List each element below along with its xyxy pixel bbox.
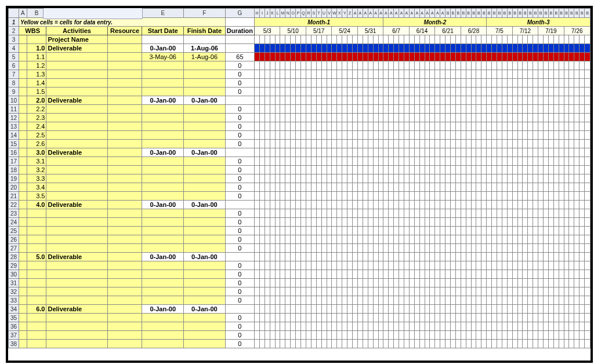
gantt-cell[interactable] (502, 61, 507, 70)
gantt-cell[interactable] (435, 279, 440, 287)
gantt-cell[interactable] (285, 61, 291, 70)
col-a-cell[interactable] (19, 331, 27, 340)
gantt-cell[interactable] (564, 322, 569, 331)
gantt-cell[interactable] (544, 253, 549, 261)
gantt-cell[interactable] (296, 314, 301, 322)
gantt-cell[interactable] (461, 279, 466, 287)
gantt-cell[interactable] (342, 331, 347, 340)
gantt-cell[interactable] (497, 287, 502, 296)
gantt-cell[interactable] (409, 140, 414, 148)
gantt-cell[interactable] (291, 340, 296, 348)
gantt-cell[interactable] (389, 174, 394, 183)
gantt-cell[interactable] (301, 235, 306, 244)
gantt-cell[interactable] (446, 61, 451, 70)
gantt-cell[interactable] (394, 61, 399, 70)
finish-date-cell[interactable]: 1-Aug-06 (184, 44, 226, 53)
gantt-cell[interactable] (280, 114, 285, 122)
gantt-cell[interactable] (409, 331, 414, 340)
start-date-cell[interactable] (142, 61, 184, 70)
gantt-cell[interactable] (512, 70, 517, 79)
activity-cell[interactable] (46, 235, 107, 244)
gantt-cell[interactable] (466, 79, 471, 88)
gantt-cell[interactable] (357, 148, 363, 157)
gantt-cell[interactable] (383, 192, 389, 201)
gantt-cell[interactable] (389, 253, 394, 261)
gantt-cell[interactable] (311, 105, 316, 114)
gantt-cell[interactable] (533, 96, 538, 105)
gantt-cell[interactable] (507, 96, 512, 105)
row-header[interactable]: 32 (9, 287, 19, 296)
gantt-cell[interactable] (311, 70, 316, 79)
gantt-cell[interactable] (342, 192, 347, 201)
gantt-cell[interactable] (414, 253, 419, 261)
gantt-cell[interactable] (357, 70, 363, 79)
finish-date-cell[interactable] (184, 235, 226, 244)
gantt-cell[interactable] (316, 235, 321, 244)
gantt-cell[interactable] (538, 201, 544, 209)
gantt-cell[interactable] (259, 166, 265, 174)
gantt-cell[interactable] (270, 105, 275, 114)
gantt-cell[interactable] (337, 105, 342, 114)
gantt-cell[interactable] (574, 201, 579, 209)
gantt-cell[interactable] (389, 279, 394, 287)
gantt-cell[interactable] (523, 209, 528, 218)
gantt-cell[interactable] (368, 96, 373, 105)
gantt-cell[interactable] (533, 166, 538, 174)
gantt-cell[interactable] (409, 218, 414, 227)
gantt-cell[interactable] (559, 70, 564, 79)
gantt-cell[interactable] (383, 235, 389, 244)
gantt-cell[interactable] (430, 209, 435, 218)
gantt-cell[interactable] (327, 96, 332, 105)
gantt-bar-cell[interactable] (363, 53, 368, 61)
duration-cell[interactable] (225, 305, 254, 314)
gantt-cell[interactable] (538, 79, 544, 88)
gantt-cell[interactable] (373, 70, 378, 79)
gantt-cell[interactable] (523, 157, 528, 166)
gantt-cell[interactable] (425, 201, 430, 209)
gantt-cell[interactable] (306, 244, 311, 253)
gantt-cell[interactable] (585, 79, 591, 88)
gantt-cell[interactable] (280, 131, 285, 140)
gantt-cell[interactable] (564, 35, 569, 44)
gantt-cell[interactable] (265, 331, 270, 340)
gantt-cell[interactable] (544, 174, 549, 183)
gantt-cell[interactable] (363, 166, 368, 174)
gantt-cell[interactable] (446, 253, 451, 261)
gantt-cell[interactable] (419, 253, 425, 261)
gantt-cell[interactable] (528, 105, 533, 114)
gantt-cell[interactable] (301, 314, 306, 322)
row-header[interactable]: 14 (9, 131, 19, 140)
gantt-cell[interactable] (327, 331, 332, 340)
gantt-cell[interactable] (291, 105, 296, 114)
gantt-cell[interactable] (481, 314, 487, 322)
gantt-cell[interactable] (507, 227, 512, 235)
gantt-cell[interactable] (383, 140, 389, 148)
gantt-cell[interactable] (461, 287, 466, 296)
gantt-bar-cell[interactable] (553, 53, 559, 61)
gantt-cell[interactable] (259, 140, 265, 148)
gantt-cell[interactable] (579, 88, 585, 96)
gantt-cell[interactable] (265, 340, 270, 348)
gantt-cell[interactable] (409, 148, 414, 157)
gantt-cell[interactable] (409, 96, 414, 105)
gantt-cell[interactable] (316, 279, 321, 287)
gantt-cell[interactable] (321, 192, 327, 201)
gantt-cell[interactable] (327, 201, 332, 209)
gantt-cell[interactable] (347, 209, 353, 218)
gantt-cell[interactable] (507, 201, 512, 209)
gantt-cell[interactable] (517, 314, 523, 322)
gantt-cell[interactable] (419, 140, 425, 148)
gantt-cell[interactable] (270, 340, 275, 348)
gantt-cell[interactable] (306, 88, 311, 96)
gantt-cell[interactable] (455, 183, 461, 192)
gantt-cell[interactable] (306, 296, 311, 305)
gantt-cell[interactable] (342, 322, 347, 331)
gantt-cell[interactable] (327, 227, 332, 235)
gantt-cell[interactable] (306, 174, 311, 183)
gantt-cell[interactable] (481, 244, 487, 253)
gantt-cell[interactable] (517, 287, 523, 296)
gantt-cell[interactable] (559, 105, 564, 114)
gantt-cell[interactable] (517, 140, 523, 148)
gantt-cell[interactable] (574, 261, 579, 270)
gantt-cell[interactable] (373, 35, 378, 44)
